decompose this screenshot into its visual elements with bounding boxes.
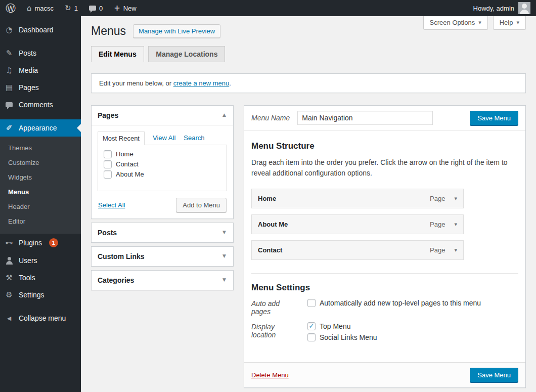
menu-item-type: Page <box>430 246 445 254</box>
top-menu-option-label: Top Menu <box>320 322 350 330</box>
categories-box-header[interactable]: Categories ▼ <box>92 271 233 290</box>
pages-box-header[interactable]: Pages ▲ <box>92 106 233 125</box>
about-me-checkbox[interactable] <box>104 170 112 179</box>
triangle-down-icon[interactable]: ▼ <box>221 277 227 283</box>
wordpress-logo-icon: Ⓦ <box>6 3 16 13</box>
submenu-item-label: Editor <box>8 217 25 225</box>
my-account-menu[interactable]: Howdy, admin <box>468 0 536 16</box>
checklist-item-home: Home <box>104 149 227 159</box>
tab-most-recent[interactable]: Most Recent <box>98 132 145 145</box>
posts-icon: ✎ <box>4 50 14 57</box>
custom-links-box-header[interactable]: Custom Links ▼ <box>92 247 233 266</box>
collapse-icon: ◀ <box>4 316 14 321</box>
plugins-icon: ⊷ <box>4 239 14 247</box>
sidebar-item-posts[interactable]: ✎ Posts <box>0 45 81 62</box>
menu-name-input[interactable] <box>297 111 433 125</box>
select-all-link[interactable]: Select All <box>98 201 125 209</box>
sidebar-item-dashboard[interactable]: ◔ Dashboard <box>0 21 81 38</box>
tools-icon: ⚒ <box>4 274 14 282</box>
wordpress-logo-menu[interactable]: Ⓦ <box>0 0 21 16</box>
posts-box-header[interactable]: Posts ▼ <box>92 223 233 242</box>
submenu-item-header[interactable]: Header <box>0 199 81 214</box>
social-links-menu-checkbox[interactable] <box>307 333 316 341</box>
sidebar-item-collapse-menu[interactable]: ◀ Collapse menu <box>0 310 81 327</box>
menu-item-row-contact[interactable]: Contact Page ▾ <box>251 240 464 260</box>
sidebar-item-appearance[interactable]: ✐ Appearance <box>0 119 81 137</box>
menu-name-label: Menu Name <box>251 114 290 122</box>
sidebar-item-media[interactable]: ♫ Media <box>0 62 81 79</box>
drag-instructions: Drag each item into the order you prefer… <box>251 157 518 179</box>
site-name-label: macsc <box>35 5 54 12</box>
auto-add-pages-option: Automatically add new top-level pages to… <box>307 299 481 307</box>
help-button[interactable]: Help ▾ <box>493 16 526 30</box>
home-checkbox[interactable] <box>104 150 112 158</box>
auto-add-pages-checkbox[interactable] <box>307 299 316 307</box>
tab-search[interactable]: Search <box>184 134 204 142</box>
submenu-item-label: Menus <box>8 188 29 196</box>
custom-links-box: Custom Links ▼ <box>91 246 234 267</box>
submenu-item-menus[interactable]: Menus <box>0 185 81 199</box>
new-content-menu[interactable]: + New <box>108 0 142 16</box>
comment-bubble-icon <box>6 102 13 107</box>
sidebar-separator <box>0 113 81 119</box>
updates-icon: ↻ <box>65 5 71 12</box>
submenu-item-themes[interactable]: Themes <box>0 141 81 155</box>
chevron-down-icon: ▾ <box>516 20 519 25</box>
media-icon: ♫ <box>4 67 14 74</box>
contact-checkbox[interactable] <box>104 160 112 168</box>
screen-options-button[interactable]: Screen Options ▾ <box>423 16 488 30</box>
appearance-submenu: Themes Customize Widgets Menus Header Ed… <box>0 137 81 234</box>
chevron-down-icon[interactable]: ▾ <box>454 195 457 202</box>
sidebar-item-label: Media <box>19 66 38 74</box>
delete-menu-link[interactable]: Delete Menu <box>251 371 289 379</box>
pages-box-title: Pages <box>98 111 118 119</box>
tab-view-all[interactable]: View All <box>153 134 175 142</box>
sidebar-item-label: Appearance <box>19 124 57 132</box>
sidebar-item-tools[interactable]: ⚒ Tools <box>0 269 81 286</box>
triangle-up-icon[interactable]: ▲ <box>221 112 227 118</box>
menu-item-title: About Me <box>258 221 288 228</box>
menu-item-row-home[interactable]: Home Page ▾ <box>251 189 464 208</box>
sidebar-item-users[interactable]: Users <box>0 252 81 269</box>
auto-add-pages-option-label: Automatically add new top-level pages to… <box>320 299 481 307</box>
create-new-menu-link[interactable]: create a new menu <box>173 79 230 87</box>
menu-item-row-about-me[interactable]: About Me Page ▾ <box>251 214 464 234</box>
submenu-item-editor[interactable]: Editor <box>0 214 81 229</box>
comments-icon <box>89 6 96 11</box>
chevron-down-icon[interactable]: ▾ <box>454 221 457 228</box>
categories-box-title: Categories <box>98 276 134 284</box>
submenu-item-widgets[interactable]: Widgets <box>0 170 81 185</box>
main-content: Screen Options ▾ Help ▾ Menus Manage wit… <box>81 16 536 392</box>
sidebar-item-label: Plugins <box>19 239 42 247</box>
triangle-down-icon[interactable]: ▼ <box>221 253 227 259</box>
pages-box-body: Most Recent View All Search Home Contact <box>92 125 233 219</box>
chevron-down-icon[interactable]: ▾ <box>454 247 457 253</box>
updates-menu[interactable]: ↻ 1 <box>59 0 83 16</box>
save-menu-button-bottom[interactable]: Save Menu <box>470 368 518 382</box>
sidebar-item-comments[interactable]: Comments <box>0 96 81 113</box>
add-to-menu-button[interactable]: Add to Menu <box>176 198 227 212</box>
live-preview-button[interactable]: Manage with Live Preview <box>133 24 220 38</box>
triangle-down-icon[interactable]: ▼ <box>221 229 227 236</box>
tab-manage-locations[interactable]: Manage Locations <box>148 46 225 62</box>
top-menu-checkbox[interactable]: ✓ <box>307 322 316 330</box>
tab-edit-menus[interactable]: Edit Menus <box>91 46 144 62</box>
notice-text: Edit your menu below, or <box>99 79 173 87</box>
sidebar-item-label: Settings <box>19 291 44 299</box>
sidebar-item-label: Comments <box>19 101 53 109</box>
submenu-item-customize[interactable]: Customize <box>0 155 81 170</box>
site-name-menu[interactable]: ⌂ macsc <box>21 0 59 16</box>
sidebar-item-pages[interactable]: ▤ Pages <box>0 79 81 96</box>
auto-add-pages-label: Auto add pages <box>251 299 300 316</box>
menu-edit-body: Menu Structure Drag each item into the o… <box>244 131 525 362</box>
save-menu-button-top[interactable]: Save Menu <box>470 111 518 125</box>
sidebar-separator <box>0 38 81 45</box>
sidebar-item-settings[interactable]: ⚙ Settings <box>0 286 81 303</box>
menu-name-bar: Menu Name Save Menu <box>244 106 525 131</box>
pages-box-tabs: Most Recent View All Search <box>98 132 227 145</box>
display-location-label: Display location <box>251 322 300 339</box>
sidebar-item-plugins[interactable]: ⊷ Plugins 1 <box>0 234 81 252</box>
checklist-item-label: About Me <box>116 170 144 178</box>
columns: Pages ▲ Most Recent View All Search Home <box>91 105 526 388</box>
comments-menu[interactable]: 0 <box>83 0 108 16</box>
